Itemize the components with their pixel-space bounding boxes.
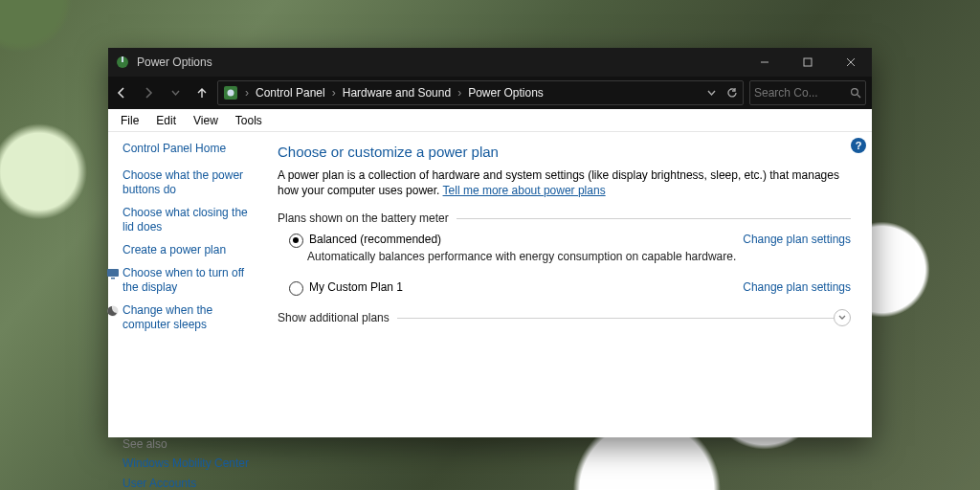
page-heading: Choose or customize a power plan	[278, 144, 851, 160]
menu-view[interactable]: View	[185, 110, 227, 131]
main-panel: ? Choose or customize a power plan A pow…	[266, 132, 872, 437]
divider	[397, 318, 834, 319]
plan-custom1-change-link[interactable]: Change plan settings	[743, 280, 851, 294]
see-also-user-accounts[interactable]: User Accounts	[122, 477, 256, 490]
breadcrumb-root[interactable]: Control Panel	[251, 86, 330, 100]
display-icon	[106, 267, 120, 280]
svg-point-7	[228, 90, 234, 97]
svg-rect-1	[122, 56, 123, 62]
chevron-right-icon: ›	[330, 86, 338, 100]
breadcrumb-hardware[interactable]: Hardware and Sound	[338, 86, 456, 100]
control-panel-home-link[interactable]: Control Panel Home	[122, 142, 256, 155]
nav-forward-button[interactable]	[135, 79, 162, 106]
refresh-button[interactable]	[722, 87, 743, 99]
svg-rect-10	[107, 269, 119, 277]
close-button[interactable]	[829, 48, 872, 77]
plan-balanced-change-link[interactable]: Change plan settings	[743, 233, 851, 246]
plans-group-label: Plans shown on the battery meter	[278, 212, 851, 225]
search-icon	[846, 87, 865, 99]
breadcrumb-bar[interactable]: › Control Panel › Hardware and Sound › P…	[217, 80, 744, 105]
chevron-right-icon: ›	[243, 86, 251, 100]
menu-tools[interactable]: Tools	[227, 110, 271, 131]
window-title: Power Options	[137, 56, 212, 69]
control-panel-icon	[222, 84, 239, 101]
sidebar-item-label: Choose when to turn off the display	[122, 266, 244, 294]
menu-edit[interactable]: Edit	[147, 110, 185, 131]
content-area: Control Panel Home Choose what the power…	[108, 132, 872, 437]
address-bar-row: › Control Panel › Hardware and Sound › P…	[108, 77, 872, 109]
minimize-button[interactable]	[743, 48, 786, 77]
group-label-text: Plans shown on the battery meter	[278, 212, 449, 225]
plan-balanced-desc: Automatically balances performance with …	[278, 250, 851, 263]
svg-point-8	[852, 89, 858, 96]
moon-icon	[106, 304, 120, 318]
sidebar-link-create-plan[interactable]: Create a power plan	[122, 243, 256, 257]
sidebar-link-computer-sleeps[interactable]: Change when the computer sleeps	[122, 303, 256, 332]
svg-rect-11	[111, 278, 115, 279]
sidebar: Control Panel Home Choose what the power…	[108, 132, 266, 437]
breadcrumb-power-options[interactable]: Power Options	[463, 86, 548, 100]
expand-additional-plans-button[interactable]	[834, 309, 851, 326]
group-label-text: Show additional plans	[278, 311, 390, 324]
search-box[interactable]	[749, 80, 866, 105]
plan-custom1-radio[interactable]	[289, 281, 303, 296]
svg-rect-3	[804, 58, 812, 66]
sidebar-link-turn-off-display[interactable]: Choose when to turn off the display	[122, 266, 256, 295]
menu-bar: File Edit View Tools	[108, 109, 872, 132]
recent-locations-button[interactable]	[162, 79, 189, 106]
titlebar[interactable]: Power Options	[108, 48, 872, 77]
additional-plans-group: Show additional plans	[278, 309, 851, 326]
help-icon[interactable]: ?	[851, 138, 866, 153]
plan-custom1-row: My Custom Plan 1 Change plan settings	[278, 280, 851, 296]
desktop-wallpaper: Power Options › Control Panel › Hardware…	[0, 0, 980, 490]
additional-plans-label: Show additional plans	[278, 309, 851, 326]
sidebar-item-label: Change when the computer sleeps	[122, 303, 212, 331]
nav-up-button[interactable]	[189, 79, 215, 106]
plans-group: Plans shown on the battery meter Balance…	[278, 212, 851, 296]
maximize-button[interactable]	[786, 48, 829, 77]
power-options-icon	[115, 55, 130, 70]
address-history-button[interactable]	[701, 89, 722, 98]
power-options-window: Power Options › Control Panel › Hardware…	[108, 48, 872, 436]
see-also-heading: See also	[122, 437, 256, 451]
nav-back-button[interactable]	[108, 79, 135, 106]
plan-balanced-radio[interactable]	[289, 234, 303, 248]
sidebar-link-power-buttons[interactable]: Choose what the power buttons do	[122, 168, 256, 197]
chevron-right-icon: ›	[456, 86, 463, 100]
tell-me-more-link[interactable]: Tell me more about power plans	[443, 184, 606, 197]
plan-balanced-row: Balanced (recommended) Change plan setti…	[278, 233, 851, 248]
sidebar-link-closing-lid[interactable]: Choose what closing the lid does	[122, 206, 256, 234]
svg-line-9	[858, 95, 860, 98]
divider	[457, 218, 851, 219]
menu-file[interactable]: File	[112, 110, 147, 131]
see-also-mobility-center[interactable]: Windows Mobility Center	[122, 457, 256, 471]
plan-balanced-name[interactable]: Balanced (recommended)	[309, 233, 441, 246]
page-description: A power plan is a collection of hardware…	[278, 167, 851, 198]
plan-custom1-name[interactable]: My Custom Plan 1	[309, 280, 403, 294]
search-input[interactable]	[750, 86, 846, 100]
